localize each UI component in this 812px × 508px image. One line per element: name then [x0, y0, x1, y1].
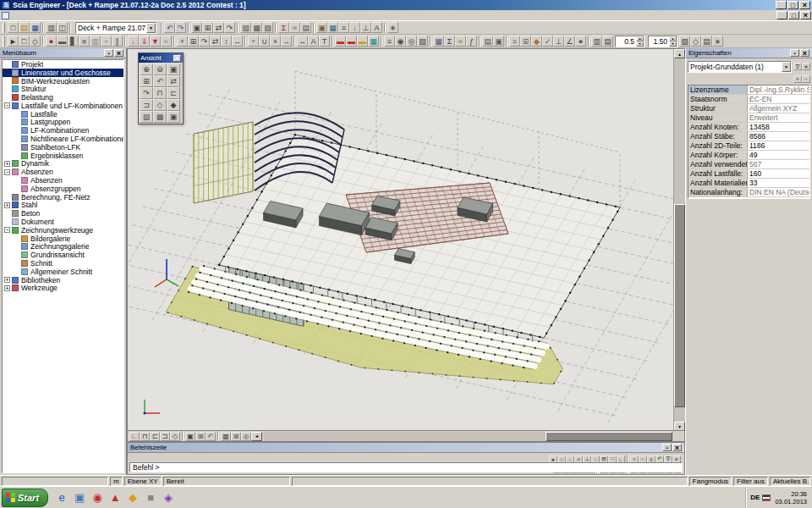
horizontal-scrollbar[interactable] [264, 432, 672, 441]
tree-item[interactable]: Bildergalerie [3, 235, 123, 243]
print-icon[interactable]: ▥ [46, 22, 57, 33]
scale-spinner[interactable]: 0.5 [615, 36, 645, 47]
vertical-scrollbar[interactable] [673, 49, 685, 431]
property-row[interactable]: Anzahl 2D-Teile: 1186 [689, 141, 809, 151]
collapse-all-icon[interactable]: − [802, 75, 810, 83]
property-row[interactable]: Anzahl Stäbe: 8586 [689, 132, 809, 141]
tree-expander-icon[interactable]: − [4, 169, 10, 175]
render-shaded-icon[interactable]: ▩ [153, 111, 167, 123]
view-side-icon[interactable]: ⊐ [160, 432, 170, 441]
show-labels-icon[interactable]: A [371, 22, 382, 33]
tree-item[interactable]: Nichtlineare LF-Kombinationen [3, 135, 123, 143]
edit-icon[interactable]: ∗ [802, 63, 810, 70]
tree-item[interactable]: Absenzen [3, 176, 123, 185]
rib-icon[interactable]: ∥ [112, 36, 123, 47]
grid-3d-icon[interactable]: ⊞ [520, 36, 531, 47]
toolbar-grip[interactable] [3, 23, 5, 33]
save-icon[interactable]: ▦ [30, 22, 41, 33]
rotate-icon[interactable]: ↷ [199, 36, 210, 47]
scroll-up-button[interactable] [674, 49, 685, 58]
visibility-icon[interactable]: ◉ [395, 36, 406, 47]
tree-item[interactable]: Struktur [3, 85, 123, 93]
property-row[interactable]: Anzahl Knoten: 13458 [689, 123, 809, 132]
axonometric-icon[interactable]: ◇ [170, 432, 180, 441]
axonometric-icon[interactable]: ◇ [153, 99, 167, 111]
my-computer-icon[interactable]: ▣ [71, 489, 88, 506]
grid-cyan-icon[interactable]: ▦ [368, 36, 379, 47]
tree-item[interactable]: + Bibliotheken [3, 276, 123, 284]
view-palette-header[interactable]: Ansicht [139, 53, 183, 63]
zoom-previous-icon[interactable]: ↶ [206, 432, 216, 441]
tree-item[interactable]: Berechnung, FE-Netz [3, 193, 123, 202]
expand-all-icon[interactable]: + [793, 75, 802, 83]
tree-item[interactable]: Absenzgruppen [3, 185, 123, 193]
vertical-scroll-track[interactable] [674, 58, 685, 422]
close-icon[interactable] [173, 55, 181, 62]
hidden-lines-icon[interactable]: ▨ [262, 22, 273, 33]
start-button[interactable]: Start [2, 489, 48, 507]
tree-expander-icon[interactable]: − [4, 227, 10, 233]
tree-item[interactable]: Belastung [3, 93, 123, 102]
member-check-icon[interactable]: ✓ [542, 36, 553, 47]
menu-tree-header[interactable]: Menübaum [0, 48, 126, 58]
export-image-icon[interactable]: ▤ [602, 36, 613, 47]
surface-load-icon[interactable]: ▼ [150, 36, 161, 47]
text-icon[interactable]: A [308, 36, 319, 47]
tree-expander-icon[interactable]: + [4, 202, 10, 208]
active-selection-indicator[interactable]: Aktuelles B... [770, 477, 810, 486]
weld-icon[interactable]: ∠ [564, 36, 575, 47]
spin-down-icon[interactable] [636, 41, 644, 47]
horizontal-scroll-thumb[interactable] [546, 432, 672, 441]
beam-icon[interactable]: ▬ [57, 36, 68, 47]
steel-connection-icon[interactable]: ⊥ [553, 36, 564, 47]
pan-icon[interactable]: ⇄ [213, 22, 224, 33]
view-top-icon[interactable]: ⊓ [153, 87, 167, 99]
extend-icon[interactable]: → [281, 36, 292, 47]
zoom-all-icon[interactable]: ▣ [167, 64, 180, 75]
pin-icon[interactable] [662, 444, 672, 451]
zoom-previous-icon[interactable]: ↶ [153, 75, 167, 87]
snap-mode-indicator[interactable]: Fangmodus [689, 477, 732, 486]
snap-mode-icon[interactable]: ◎ [241, 432, 251, 441]
tree-item[interactable]: Zeichnungsgalerie [3, 243, 123, 251]
properties-header[interactable]: Eigenschaften [686, 48, 812, 58]
mesh-icon[interactable]: ▦ [433, 36, 444, 47]
internet-explorer-icon[interactable]: e [53, 489, 70, 506]
engineering-report-icon[interactable]: ▤ [300, 22, 311, 33]
point-load-icon[interactable]: ↓ [128, 36, 139, 47]
view-front-icon[interactable]: ⊏ [150, 432, 160, 441]
dimension-icon[interactable]: ↔ [297, 36, 308, 47]
zoom-all-icon[interactable]: ▣ [185, 432, 195, 441]
view-params-icon[interactable]: ◇ [690, 36, 701, 47]
gallery-icon[interactable]: ▣ [493, 36, 504, 47]
print-picture-icon[interactable]: ▥ [591, 36, 602, 47]
close-icon[interactable] [114, 49, 123, 57]
wall-icon[interactable]: ▥ [90, 36, 101, 47]
bim-icon[interactable]: ◆ [531, 36, 542, 47]
select-window-icon[interactable]: □ [19, 36, 30, 47]
wireframe-icon[interactable]: ▧ [240, 22, 251, 33]
show-loads-icon[interactable]: ↓ [349, 22, 360, 33]
layers-icon[interactable]: ≡ [338, 22, 349, 33]
scroll-left-button[interactable] [251, 432, 262, 441]
property-row[interactable]: Anzahl verwendete P... 567 [689, 160, 809, 169]
unit-indicator[interactable]: m [110, 477, 123, 486]
view-front-icon[interactable]: ⊏ [167, 87, 180, 99]
tree-expander-icon[interactable]: − [4, 102, 10, 108]
red-line-icon[interactable]: ▬ [346, 36, 357, 47]
calculate-icon[interactable]: Σ [444, 36, 455, 47]
tree-item[interactable]: Stahlbeton-LFK [3, 143, 123, 152]
tree-item[interactable]: BIM-Werkzeugkasten [3, 77, 123, 86]
zoom-window-icon[interactable]: ⊞ [202, 22, 213, 33]
scia-esa-icon[interactable]: ◆ [124, 489, 141, 506]
perspective-icon[interactable]: ◆ [167, 99, 180, 111]
tree-item[interactable]: Projekt [3, 60, 123, 69]
filter-small-icon[interactable]: ∇ [793, 63, 802, 70]
tree-expander-icon[interactable]: + [4, 277, 10, 283]
property-row[interactable]: Anzahl Lastfälle: 160 [689, 169, 809, 179]
show-grid-icon[interactable]: ⊞ [231, 432, 241, 441]
new-icon[interactable]: □ [8, 22, 19, 33]
bolt-icon[interactable]: ● [575, 36, 586, 47]
calculator-icon[interactable]: Σ [278, 22, 289, 33]
print-preview-icon[interactable]: ◫ [57, 22, 68, 33]
